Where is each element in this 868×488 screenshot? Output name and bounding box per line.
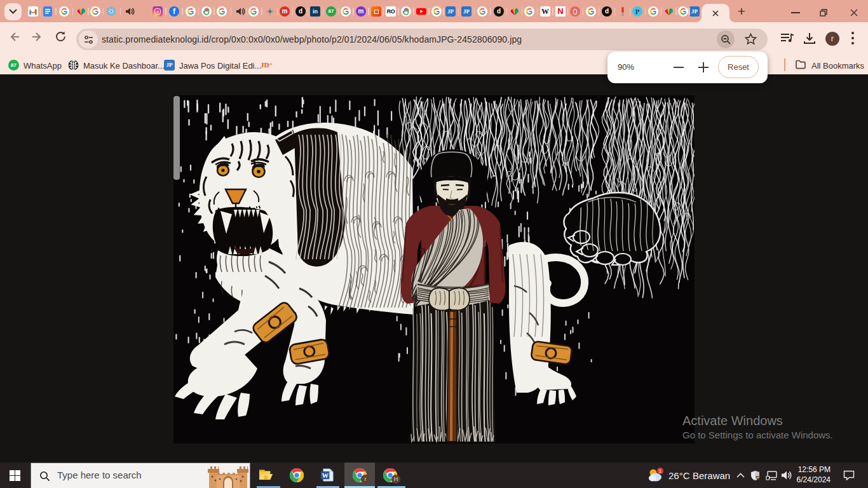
svg-text:1: 1: [659, 468, 662, 474]
svg-text:W: W: [322, 472, 329, 479]
